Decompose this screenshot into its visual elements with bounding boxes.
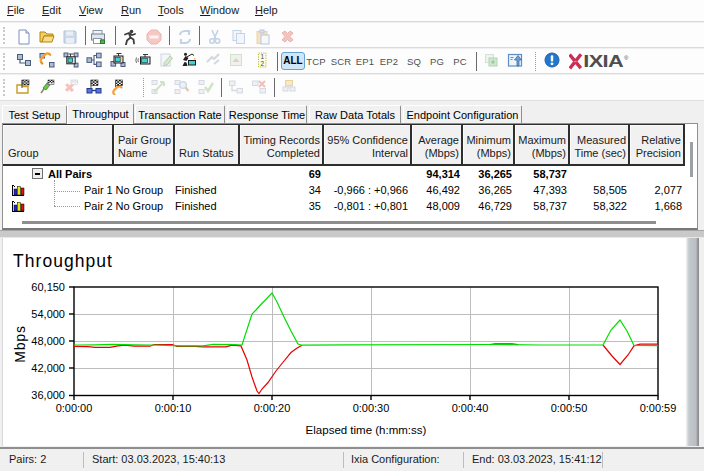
svg-text:2: 2 <box>260 60 264 67</box>
svg-text:®: ® <box>624 55 629 61</box>
svg-text:IXIA: IXIA <box>583 53 623 70</box>
svg-text:1: 1 <box>260 53 264 60</box>
